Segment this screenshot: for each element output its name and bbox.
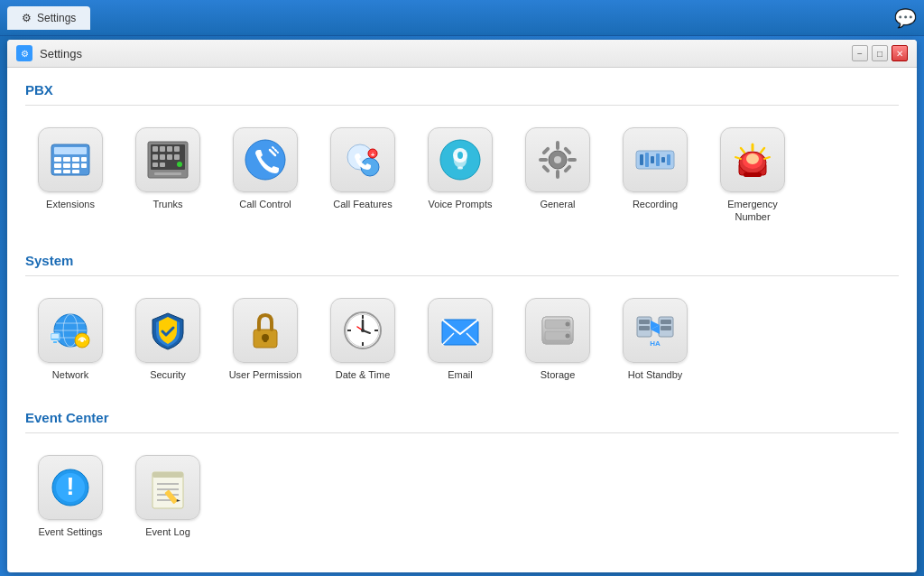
general-item[interactable]: General	[513, 120, 603, 231]
call-control-label: Call Control	[239, 198, 291, 210]
svg-rect-8	[72, 163, 79, 168]
svg-rect-9	[81, 163, 87, 168]
settings-window: ⚙ Settings − □ ✕ PBX	[7, 40, 917, 572]
svg-point-27	[245, 140, 285, 180]
svg-rect-7	[63, 163, 70, 168]
user-permission-item[interactable]: User Permission	[220, 291, 310, 388]
svg-point-25	[177, 162, 182, 167]
event-log-label: Event Log	[145, 525, 190, 538]
email-item[interactable]: Email	[415, 291, 505, 388]
svg-point-84	[361, 329, 365, 332]
svg-point-93	[566, 333, 570, 338]
event-log-icon-box	[135, 455, 200, 520]
svg-line-57	[761, 148, 764, 153]
svg-rect-49	[656, 153, 660, 166]
svg-rect-24	[160, 163, 165, 167]
svg-text:HA: HA	[650, 339, 661, 348]
svg-rect-97	[639, 326, 650, 330]
call-features-icon-box: +	[330, 127, 395, 192]
window-title: Settings	[40, 47, 845, 60]
svg-rect-1	[54, 147, 87, 154]
event-settings-icon: !	[48, 465, 93, 510]
svg-rect-21	[167, 154, 172, 160]
svg-rect-43	[541, 164, 550, 173]
user-permission-icon-box	[233, 298, 298, 363]
window-titlebar: ⚙ Settings − □ ✕	[7, 40, 917, 68]
taskbar-settings-tab[interactable]: ⚙ Settings	[7, 6, 90, 30]
event-log-icon	[145, 465, 190, 510]
storage-item[interactable]: Storage	[513, 291, 603, 388]
date-time-icon-box	[330, 298, 395, 363]
hot-standby-item[interactable]: HA Hot Standby	[610, 291, 700, 388]
close-button[interactable]: ✕	[892, 45, 908, 61]
event-log-item[interactable]: Event Log	[123, 448, 213, 545]
network-label: Network	[52, 368, 88, 381]
trunks-label: Trunks	[152, 198, 182, 210]
system-section-title: System	[25, 253, 899, 276]
event-settings-item[interactable]: ! Event Settings	[25, 448, 116, 545]
network-icon-box	[38, 298, 103, 363]
svg-rect-69	[53, 341, 57, 343]
event-center-icon-grid: ! Event Settings	[25, 448, 899, 545]
svg-rect-68	[51, 334, 59, 339]
date-time-icon	[340, 308, 385, 353]
svg-line-56	[741, 148, 744, 153]
svg-rect-98	[661, 320, 671, 324]
svg-text:!: !	[66, 472, 74, 500]
extensions-label: Extensions	[46, 198, 95, 210]
emergency-number-item[interactable]: Emergency Number	[707, 120, 798, 231]
user-permission-label: User Permission	[229, 368, 302, 381]
trunks-item[interactable]: Trunks	[123, 120, 213, 231]
call-features-item[interactable]: + Call Features	[318, 120, 408, 231]
date-time-item[interactable]: Date & Time	[318, 291, 408, 388]
svg-rect-39	[539, 158, 548, 162]
network-item[interactable]: Network	[25, 291, 116, 388]
storage-label: Storage	[541, 368, 576, 381]
network-icon	[48, 308, 93, 353]
security-item[interactable]: Security	[123, 291, 213, 388]
emergency-number-icon-box	[720, 127, 785, 192]
window-controls: − □ ✕	[852, 45, 908, 61]
svg-point-60	[746, 153, 759, 164]
svg-rect-15	[152, 146, 158, 152]
recording-label: Recording	[633, 198, 678, 210]
extensions-item[interactable]: Extensions	[25, 120, 116, 231]
minimize-button[interactable]: −	[852, 45, 868, 61]
voice-prompts-item[interactable]: Voice Prompts	[415, 120, 505, 231]
svg-point-36	[554, 156, 561, 163]
hot-standby-label: Hot Standby	[628, 368, 683, 381]
svg-line-58	[735, 157, 741, 159]
call-control-item[interactable]: Call Control	[220, 120, 310, 231]
svg-rect-18	[174, 146, 180, 152]
call-control-icon-box	[233, 127, 298, 192]
recording-icon-box	[623, 127, 688, 192]
chat-icon[interactable]: 💬	[894, 8, 917, 28]
window-content: PBX	[7, 68, 917, 572]
email-icon	[438, 308, 483, 353]
svg-rect-5	[81, 157, 87, 162]
svg-rect-46	[640, 154, 643, 165]
svg-rect-40	[568, 158, 577, 162]
restore-button[interactable]: □	[872, 45, 888, 61]
call-control-icon	[243, 137, 288, 182]
security-label: Security	[150, 368, 186, 381]
svg-rect-41	[541, 146, 550, 155]
svg-rect-37	[556, 141, 559, 150]
svg-rect-12	[72, 170, 79, 173]
general-label: General	[540, 198, 575, 210]
svg-rect-17	[167, 146, 172, 152]
hot-standby-icon: HA	[633, 308, 678, 353]
svg-point-71	[80, 339, 84, 342]
svg-rect-3	[63, 157, 70, 162]
hot-standby-icon-box: HA	[623, 298, 688, 363]
svg-rect-16	[160, 146, 165, 152]
svg-text:+: +	[371, 151, 375, 159]
svg-rect-74	[263, 338, 267, 342]
general-icon-box	[525, 127, 590, 192]
svg-rect-96	[639, 320, 650, 324]
voice-prompts-icon	[438, 137, 483, 182]
recording-item[interactable]: Recording	[610, 120, 700, 231]
svg-rect-11	[63, 170, 70, 173]
date-time-label: Date & Time	[336, 368, 391, 381]
svg-rect-50	[661, 157, 665, 163]
